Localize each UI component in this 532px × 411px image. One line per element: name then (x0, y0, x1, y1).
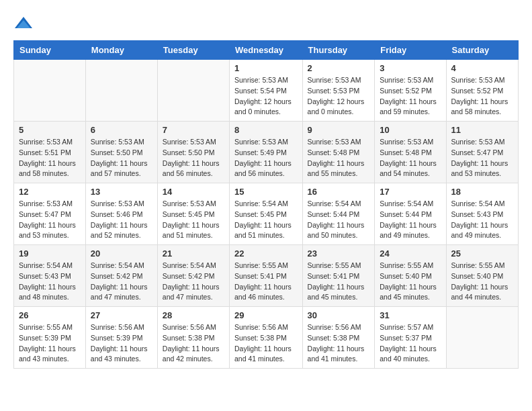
day-info: Sunrise: 5:53 AM Sunset: 5:48 PM Dayligh… (308, 137, 370, 179)
day-number: 19 (19, 248, 81, 259)
day-info: Sunrise: 5:53 AM Sunset: 5:53 PM Dayligh… (308, 75, 370, 118)
calendar-table: SundayMondayTuesdayWednesdayThursdayFrid… (13, 40, 519, 369)
calendar-cell: 3Sunrise: 5:53 AM Sunset: 5:52 PM Daylig… (375, 60, 446, 122)
day-number: 2 (308, 63, 370, 73)
day-info: Sunrise: 5:53 AM Sunset: 5:46 PM Dayligh… (91, 199, 152, 241)
day-number: 1 (234, 63, 298, 73)
calendar-day-header: Tuesday (157, 41, 229, 60)
day-info: Sunrise: 5:54 AM Sunset: 5:45 PM Dayligh… (234, 199, 298, 241)
calendar-week-row: 19Sunrise: 5:54 AM Sunset: 5:43 PM Dayli… (14, 245, 519, 307)
calendar-day-header: Thursday (302, 41, 375, 60)
day-number: 8 (234, 125, 298, 135)
day-number: 27 (91, 310, 152, 320)
calendar-cell: 12Sunrise: 5:53 AM Sunset: 5:47 PM Dayli… (14, 183, 86, 245)
day-info: Sunrise: 5:53 AM Sunset: 5:47 PM Dayligh… (19, 199, 81, 241)
day-info: Sunrise: 5:53 AM Sunset: 5:49 PM Dayligh… (234, 137, 298, 179)
calendar-cell: 30Sunrise: 5:56 AM Sunset: 5:38 PM Dayli… (302, 307, 375, 369)
calendar-cell: 14Sunrise: 5:53 AM Sunset: 5:45 PM Dayli… (157, 183, 229, 245)
day-number: 31 (380, 310, 441, 320)
calendar-day-header: Monday (85, 41, 157, 60)
day-info: Sunrise: 5:54 AM Sunset: 5:44 PM Dayligh… (308, 199, 370, 241)
calendar-cell: 28Sunrise: 5:56 AM Sunset: 5:38 PM Dayli… (157, 307, 229, 369)
calendar-cell (446, 307, 518, 369)
calendar-cell: 6Sunrise: 5:53 AM Sunset: 5:50 PM Daylig… (85, 122, 157, 183)
day-number: 4 (451, 63, 513, 73)
calendar-day-header: Friday (375, 41, 446, 60)
calendar-cell: 17Sunrise: 5:54 AM Sunset: 5:44 PM Dayli… (375, 183, 446, 245)
day-number: 18 (451, 187, 513, 197)
day-info: Sunrise: 5:56 AM Sunset: 5:38 PM Dayligh… (308, 322, 370, 365)
day-info: Sunrise: 5:53 AM Sunset: 5:52 PM Dayligh… (380, 75, 441, 118)
calendar-cell: 22Sunrise: 5:55 AM Sunset: 5:41 PM Dayli… (230, 245, 303, 307)
calendar-cell: 9Sunrise: 5:53 AM Sunset: 5:48 PM Daylig… (302, 122, 375, 183)
day-info: Sunrise: 5:53 AM Sunset: 5:47 PM Dayligh… (451, 137, 513, 179)
calendar-week-row: 5Sunrise: 5:53 AM Sunset: 5:51 PM Daylig… (14, 122, 519, 183)
day-info: Sunrise: 5:55 AM Sunset: 5:40 PM Dayligh… (380, 261, 441, 303)
day-info: Sunrise: 5:54 AM Sunset: 5:43 PM Dayligh… (19, 261, 81, 303)
calendar-cell: 29Sunrise: 5:56 AM Sunset: 5:38 PM Dayli… (230, 307, 303, 369)
day-info: Sunrise: 5:55 AM Sunset: 5:41 PM Dayligh… (308, 261, 370, 303)
day-number: 28 (163, 310, 224, 320)
calendar-cell (157, 60, 229, 122)
day-info: Sunrise: 5:54 AM Sunset: 5:42 PM Dayligh… (163, 261, 224, 303)
calendar-cell: 23Sunrise: 5:55 AM Sunset: 5:41 PM Dayli… (302, 245, 375, 307)
calendar-cell: 18Sunrise: 5:54 AM Sunset: 5:43 PM Dayli… (446, 183, 518, 245)
logo (13, 13, 36, 34)
day-number: 9 (308, 125, 370, 135)
calendar-cell: 5Sunrise: 5:53 AM Sunset: 5:51 PM Daylig… (14, 122, 86, 183)
calendar-cell: 10Sunrise: 5:53 AM Sunset: 5:48 PM Dayli… (375, 122, 446, 183)
calendar-cell: 27Sunrise: 5:56 AM Sunset: 5:39 PM Dayli… (85, 307, 157, 369)
day-number: 16 (308, 187, 370, 197)
calendar-cell: 25Sunrise: 5:55 AM Sunset: 5:40 PM Dayli… (446, 245, 518, 307)
day-info: Sunrise: 5:53 AM Sunset: 5:51 PM Dayligh… (19, 137, 81, 179)
day-number: 13 (91, 187, 152, 197)
calendar-week-row: 26Sunrise: 5:55 AM Sunset: 5:39 PM Dayli… (14, 307, 519, 369)
day-number: 29 (234, 310, 298, 320)
day-number: 30 (308, 310, 370, 320)
day-number: 12 (19, 187, 81, 197)
calendar-cell: 11Sunrise: 5:53 AM Sunset: 5:47 PM Dayli… (446, 122, 518, 183)
calendar-cell: 4Sunrise: 5:53 AM Sunset: 5:52 PM Daylig… (446, 60, 518, 122)
calendar-cell: 8Sunrise: 5:53 AM Sunset: 5:49 PM Daylig… (230, 122, 303, 183)
day-info: Sunrise: 5:56 AM Sunset: 5:39 PM Dayligh… (91, 322, 152, 365)
calendar-cell: 13Sunrise: 5:53 AM Sunset: 5:46 PM Dayli… (85, 183, 157, 245)
day-info: Sunrise: 5:55 AM Sunset: 5:40 PM Dayligh… (451, 261, 513, 303)
day-number: 11 (451, 125, 513, 135)
calendar-day-header: Saturday (446, 41, 518, 60)
day-number: 7 (163, 125, 224, 135)
day-number: 21 (163, 248, 224, 259)
day-number: 5 (19, 125, 81, 135)
day-info: Sunrise: 5:53 AM Sunset: 5:50 PM Dayligh… (91, 137, 152, 179)
calendar-cell: 1Sunrise: 5:53 AM Sunset: 5:54 PM Daylig… (230, 60, 303, 122)
day-number: 22 (234, 248, 298, 259)
day-info: Sunrise: 5:56 AM Sunset: 5:38 PM Dayligh… (163, 322, 224, 365)
calendar-cell: 31Sunrise: 5:57 AM Sunset: 5:37 PM Dayli… (375, 307, 446, 369)
day-info: Sunrise: 5:54 AM Sunset: 5:44 PM Dayligh… (380, 199, 441, 241)
calendar-week-row: 12Sunrise: 5:53 AM Sunset: 5:47 PM Dayli… (14, 183, 519, 245)
day-info: Sunrise: 5:53 AM Sunset: 5:50 PM Dayligh… (163, 137, 224, 179)
day-info: Sunrise: 5:53 AM Sunset: 5:48 PM Dayligh… (380, 137, 441, 179)
day-number: 20 (91, 248, 152, 259)
day-info: Sunrise: 5:56 AM Sunset: 5:38 PM Dayligh… (234, 322, 298, 365)
calendar-day-header: Sunday (14, 41, 86, 60)
day-number: 15 (234, 187, 298, 197)
day-number: 3 (380, 63, 441, 73)
day-number: 24 (380, 248, 441, 259)
calendar-cell (85, 60, 157, 122)
day-info: Sunrise: 5:53 AM Sunset: 5:52 PM Dayligh… (451, 75, 513, 118)
calendar-week-row: 1Sunrise: 5:53 AM Sunset: 5:54 PM Daylig… (14, 60, 519, 122)
day-number: 23 (308, 248, 370, 259)
calendar-cell: 19Sunrise: 5:54 AM Sunset: 5:43 PM Dayli… (14, 245, 86, 307)
day-info: Sunrise: 5:53 AM Sunset: 5:54 PM Dayligh… (234, 75, 298, 118)
day-number: 14 (163, 187, 224, 197)
day-info: Sunrise: 5:54 AM Sunset: 5:42 PM Dayligh… (91, 261, 152, 303)
day-info: Sunrise: 5:57 AM Sunset: 5:37 PM Dayligh… (380, 322, 441, 365)
calendar-cell: 2Sunrise: 5:53 AM Sunset: 5:53 PM Daylig… (302, 60, 375, 122)
calendar-cell: 15Sunrise: 5:54 AM Sunset: 5:45 PM Dayli… (230, 183, 303, 245)
day-number: 6 (91, 125, 152, 135)
day-number: 17 (380, 187, 441, 197)
logo-icon (13, 13, 34, 34)
calendar-cell (14, 60, 86, 122)
calendar-header-row: SundayMondayTuesdayWednesdayThursdayFrid… (14, 41, 519, 60)
calendar-cell: 24Sunrise: 5:55 AM Sunset: 5:40 PM Dayli… (375, 245, 446, 307)
